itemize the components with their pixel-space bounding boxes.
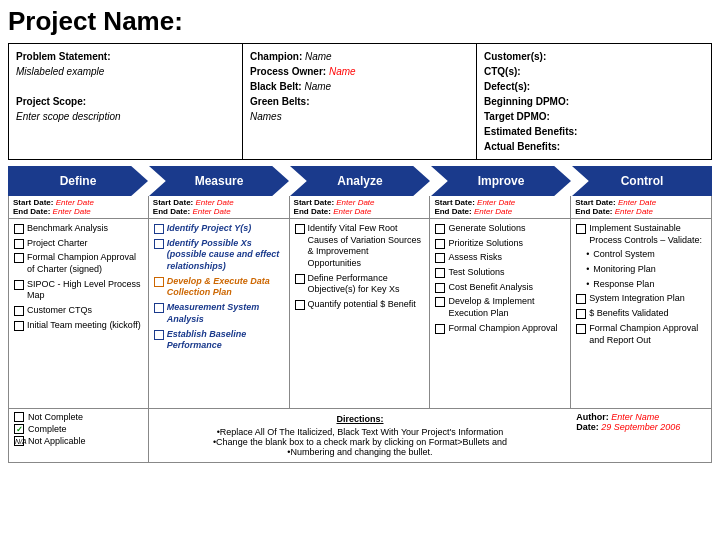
control-content: Implement Sustainable Process Controls –… bbox=[571, 219, 712, 409]
measure-start-label: Start Date: bbox=[153, 198, 193, 207]
control-start-label: Start Date: bbox=[575, 198, 615, 207]
measure-end-label: End Date: bbox=[153, 207, 190, 216]
checkbox bbox=[154, 330, 164, 340]
list-item: Prioritize Solutions bbox=[435, 238, 565, 250]
control-end-value: Enter Date bbox=[615, 207, 653, 216]
legend: Not Complete ✓ Complete N/A Not Applicab… bbox=[8, 409, 149, 463]
analyze-end-value: Enter Date bbox=[333, 207, 371, 216]
scope-label: Project Scope: bbox=[16, 96, 86, 107]
list-item: •Monitoring Plan bbox=[586, 264, 706, 276]
ctq-label: CTQ(s): bbox=[484, 66, 521, 77]
list-item: Cost Benefit Analysis bbox=[435, 282, 565, 294]
target-dpmo-label: Target DPMO: bbox=[484, 111, 550, 122]
analyze-end-label: End Date: bbox=[294, 207, 331, 216]
checkbox bbox=[295, 224, 305, 234]
legend-complete: ✓ Complete bbox=[14, 424, 143, 434]
list-item: Benchmark Analysis bbox=[14, 223, 143, 235]
control-end-label: End Date: bbox=[575, 207, 612, 216]
list-item: Identify Project Y(s) bbox=[154, 223, 284, 235]
define-header: Define bbox=[8, 166, 148, 196]
defect-label: Defect(s): bbox=[484, 81, 530, 92]
list-item: Implement Sustainable Process Controls –… bbox=[576, 223, 706, 246]
list-item: Formal Champion Approval and Report Out bbox=[576, 323, 706, 346]
problem-value: Mislabeled example bbox=[16, 66, 104, 77]
phase-content: Benchmark Analysis Project Charter Forma… bbox=[8, 219, 712, 409]
improve-content: Generate Solutions Prioritize Solutions … bbox=[430, 219, 571, 409]
checkbox bbox=[154, 224, 164, 234]
checkbox bbox=[435, 297, 445, 307]
analyze-content: Identify Vital Few Root Causes of Variat… bbox=[290, 219, 431, 409]
list-item: •Control System bbox=[586, 249, 706, 261]
black-belt-label: Black Belt: bbox=[250, 81, 302, 92]
list-item: Identify Vital Few Root Causes of Variat… bbox=[295, 223, 425, 270]
list-item: Establish Baseline Performance bbox=[154, 329, 284, 352]
improve-start-label: Start Date: bbox=[434, 198, 474, 207]
legend-not-applicable: N/A Not Applicable bbox=[14, 436, 143, 446]
scope-value: Enter scope description bbox=[16, 111, 121, 122]
list-item: Develop & Implement Execution Plan bbox=[435, 296, 565, 319]
checkbox bbox=[576, 324, 586, 334]
checkbox bbox=[435, 283, 445, 293]
checkbox bbox=[14, 321, 24, 331]
measure-dates: Start Date: Enter Date End Date: Enter D… bbox=[149, 196, 290, 219]
measure-start-value: Enter Date bbox=[195, 198, 233, 207]
improve-end-label: End Date: bbox=[434, 207, 471, 216]
legend-not-complete: Not Complete bbox=[14, 412, 143, 422]
measure-header: Measure bbox=[149, 166, 289, 196]
checkbox bbox=[435, 324, 445, 334]
checkbox bbox=[154, 239, 164, 249]
info-right: Customer(s): CTQ(s): Defect(s): Beginnin… bbox=[477, 44, 711, 159]
directions-bullet-3: •Numbering and changing the bullet. bbox=[159, 447, 561, 457]
list-item: Initial Team meeting (kickoff) bbox=[14, 320, 143, 332]
info-grid: Problem Statement: Mislabeled example Pr… bbox=[8, 43, 712, 160]
control-header: Control bbox=[572, 166, 712, 196]
measure-end-value: Enter Date bbox=[192, 207, 230, 216]
list-item: SIPOC - High Level Process Map bbox=[14, 279, 143, 302]
phase-headers: Define Measure Analyze Improve Control bbox=[8, 166, 712, 196]
control-label: Control bbox=[621, 174, 664, 188]
list-item: Formal Champion Approval of Charter (sig… bbox=[14, 252, 143, 275]
checkbox bbox=[576, 309, 586, 319]
define-dates: Start Date: Enter Date End Date: Enter D… bbox=[8, 196, 149, 219]
directions-bullet-1: •Replace All Of The Italicized, Black Te… bbox=[159, 427, 561, 437]
beginning-dpmo-label: Beginning DPMO: bbox=[484, 96, 569, 107]
checkbox bbox=[435, 268, 445, 278]
date-line: Date: 29 September 2006 bbox=[576, 422, 706, 432]
author-label: Author: bbox=[576, 412, 609, 422]
define-content: Benchmark Analysis Project Charter Forma… bbox=[8, 219, 149, 409]
checkbox bbox=[295, 274, 305, 284]
list-item: System Integration Plan bbox=[576, 293, 706, 305]
analyze-start-label: Start Date: bbox=[294, 198, 334, 207]
improve-start-value: Enter Date bbox=[477, 198, 515, 207]
problem-label: Problem Statement: bbox=[16, 51, 110, 62]
green-belts-value: Names bbox=[250, 111, 282, 122]
checkbox bbox=[154, 303, 164, 313]
define-start-label: Start Date: bbox=[13, 198, 53, 207]
control-start-value: Enter Date bbox=[618, 198, 656, 207]
checkbox bbox=[14, 280, 24, 290]
measure-content: Identify Project Y(s) Identify Possible … bbox=[149, 219, 290, 409]
list-item: Customer CTQs bbox=[14, 305, 143, 317]
list-item: •Response Plan bbox=[586, 279, 706, 291]
list-item: Generate Solutions bbox=[435, 223, 565, 235]
green-belts-label: Green Belts: bbox=[250, 96, 309, 107]
black-belt-value: Name bbox=[304, 81, 331, 92]
list-item: Quantify potential $ Benefit bbox=[295, 299, 425, 311]
process-owner-value: Name bbox=[329, 66, 356, 77]
complete-label: Complete bbox=[28, 424, 67, 434]
list-item: Project Charter bbox=[14, 238, 143, 250]
control-dates: Start Date: Enter Date End Date: Enter D… bbox=[571, 196, 712, 219]
analyze-start-value: Enter Date bbox=[336, 198, 374, 207]
not-complete-label: Not Complete bbox=[28, 412, 83, 422]
not-complete-box bbox=[14, 412, 24, 422]
complete-box: ✓ bbox=[14, 424, 24, 434]
info-middle: Champion: Name Process Owner: Name Black… bbox=[243, 44, 477, 159]
checkbox bbox=[576, 224, 586, 234]
author-block: Author: Enter Name Date: 29 September 20… bbox=[571, 409, 712, 463]
define-end-value: Enter Date bbox=[53, 207, 91, 216]
list-item: Assess Risks bbox=[435, 252, 565, 264]
improve-header: Improve bbox=[431, 166, 571, 196]
improve-label: Improve bbox=[478, 174, 525, 188]
list-item: Measurement System Analysis bbox=[154, 302, 284, 325]
checkbox bbox=[435, 224, 445, 234]
